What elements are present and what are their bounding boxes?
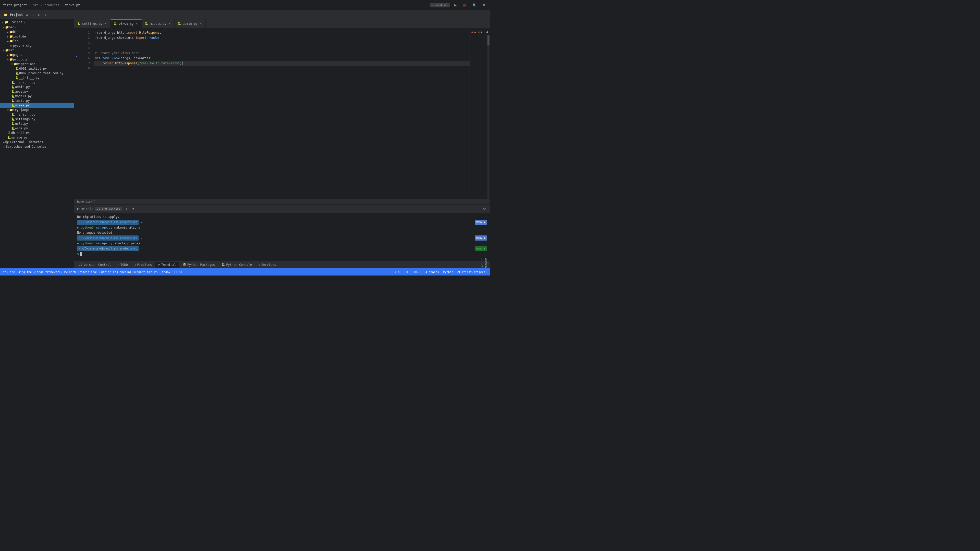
- project-tree-btn[interactable]: 📁: [2, 12, 9, 17]
- tree-item-scratches[interactable]: ✏ Scratches and Consoles: [0, 144, 74, 149]
- tree-item-views[interactable]: 🐍 views.py: [0, 103, 74, 108]
- settings-tab-close[interactable]: ✕: [104, 22, 107, 25]
- warning-count: 2: [480, 30, 482, 33]
- bookmarks-tab[interactable]: Bookmarks: [484, 256, 488, 268]
- scrollbar-track[interactable]: [487, 35, 490, 198]
- status-message: You are using the Django framework. PyCh…: [3, 270, 182, 274]
- tab-python-packages[interactable]: 📦 Python Packages: [180, 262, 218, 268]
- tree-item-0001[interactable]: 🐍 0001_initial.py: [0, 66, 74, 71]
- terminal-add-btn[interactable]: +: [124, 206, 129, 211]
- tree-item-wsgi[interactable]: 🐍 wsgi.py: [0, 126, 74, 130]
- path-products[interactable]: products: [45, 3, 59, 7]
- tree-item-tests[interactable]: 🐍 tests.py: [0, 98, 74, 103]
- tree-item-settings-try[interactable]: 🐍 settings.py: [0, 117, 74, 121]
- search-button[interactable]: 🔍: [471, 3, 478, 8]
- status-python[interactable]: Python 3.9 (first-project): [443, 270, 487, 274]
- tab-admin[interactable]: 🐍 admin.py ✕: [175, 19, 206, 28]
- tree-item-db[interactable]: 🗄 db.sqlite3: [0, 130, 74, 135]
- wsgi-icon: 🐍: [11, 127, 15, 130]
- project-header[interactable]: ▼ 📁 Project ▾: [0, 19, 74, 25]
- tree-item-trydjango[interactable]: ▼ 📁 trydjango: [0, 108, 74, 112]
- status-indent[interactable]: 4 spaces: [425, 270, 439, 274]
- tree-item-init-mig[interactable]: 🐍 __init__.py: [0, 76, 74, 80]
- settings-button[interactable]: ⚙: [481, 3, 487, 8]
- fn-home-view: home_view: [102, 56, 119, 61]
- code-content[interactable]: from django.http import HttpResponse fro…: [92, 28, 469, 198]
- tab-terminal[interactable]: ▶ Terminal: [156, 262, 179, 268]
- tree-item-init-try[interactable]: 🐍 __init__.py: [0, 112, 74, 117]
- tab-version-control[interactable]: ⎇ Version Control: [76, 262, 114, 268]
- views-icon: 🐍: [11, 103, 15, 107]
- main-content: ▼ 📁 Project ▾ ▼ 📁 menv ▶ 📁 bin ▶ 📁 inclu…: [0, 19, 490, 268]
- products-folder-icon: 📁: [9, 58, 13, 61]
- console-label: Python Console: [226, 263, 252, 267]
- structure-tab[interactable]: Structure: [480, 256, 484, 268]
- collapse-all-btn[interactable]: ⊟: [37, 12, 42, 17]
- vc-label: Version Control: [83, 263, 111, 267]
- bin-folder-icon: 📁: [9, 30, 13, 34]
- run-config-btn[interactable]: Current File: [430, 3, 450, 7]
- configure-btn[interactable]: ⚙: [24, 12, 30, 17]
- tab-problems[interactable]: ⚠ Problems: [131, 262, 155, 268]
- gutter-6: ●: [74, 54, 79, 59]
- tree-item-urls[interactable]: 🐍 urls.py: [0, 121, 74, 126]
- tab-python-console[interactable]: 🐍 Python Console: [218, 262, 255, 268]
- path-file[interactable]: views.py: [65, 3, 80, 7]
- status-charset[interactable]: UTF-8: [413, 270, 422, 274]
- tab-settings[interactable]: 🐍 settings.py ✕: [74, 19, 110, 28]
- more-options-btn[interactable]: ⋮: [482, 12, 488, 17]
- models-tab-close[interactable]: ✕: [168, 22, 171, 25]
- tree-item-pages[interactable]: ▶ 📁 pages: [0, 52, 74, 57]
- lib-folder-icon: 📁: [9, 39, 13, 43]
- tree-item-pyvenv[interactable]: ⚙ pyvenv.cfg: [0, 43, 74, 48]
- run-button[interactable]: ▶: [453, 3, 458, 8]
- tab-views[interactable]: 🐍 views.py ✕: [110, 19, 142, 28]
- status-encoding[interactable]: LF: [405, 270, 409, 274]
- admin-tab-close[interactable]: ✕: [199, 22, 202, 25]
- terminal-content[interactable]: No migrations to apply. ⚡ ~/Documents/dj…: [74, 213, 490, 261]
- tree-item-menv[interactable]: ▼ 📁 menv: [0, 25, 74, 30]
- tree-item-admin[interactable]: 🐍 admin.py: [0, 85, 74, 89]
- expand-warnings-btn[interactable]: ▲: [484, 29, 490, 34]
- code-editor[interactable]: ● 1 2 3 4 5 6 7 8 from django.http: [74, 28, 490, 198]
- tree-item-ext-libs[interactable]: ▶ 📚 External Libraries: [0, 140, 74, 144]
- terminal-settings-btn[interactable]: ⚙: [482, 206, 487, 211]
- scroll-from-source-btn[interactable]: ↕: [31, 12, 35, 17]
- tree-item-migrations[interactable]: ▼ 📁 migrations: [0, 62, 74, 66]
- tab-services[interactable]: ⚙ Services: [256, 262, 279, 268]
- comment-views: # Create your views here.: [95, 51, 141, 56]
- sort-btn[interactable]: ↕: [43, 12, 48, 17]
- terminal-path[interactable]: .t-project/src: [95, 207, 122, 211]
- path-src[interactable]: src: [33, 3, 38, 7]
- views-tab-icon: 🐍: [114, 22, 117, 25]
- tab-todo[interactable]: ✓ TODO: [115, 262, 131, 268]
- tree-item-products[interactable]: ▼ 📁 products: [0, 57, 74, 62]
- services-label: Services: [261, 263, 276, 267]
- tree-item-manage[interactable]: 🐍 manage.py: [0, 135, 74, 140]
- terminal-line-2: ⚡ ~/Documents/django/first-project/src ▸…: [77, 220, 487, 225]
- migrations-folder-icon: 📁: [13, 62, 17, 66]
- terminal-line-1: No migrations to apply.: [77, 214, 487, 219]
- debug-button[interactable]: 🐞: [461, 3, 468, 8]
- terminal-more-btn[interactable]: ▾: [131, 206, 135, 211]
- term-prompt-2: ▶ python3: [77, 241, 94, 246]
- tree-item-src[interactable]: ▼ 📁 src: [0, 48, 74, 52]
- gutter-1: [74, 28, 79, 33]
- line-num-6: 6: [79, 56, 90, 61]
- migrations-collapse: ▼: [11, 63, 13, 65]
- project-name[interactable]: first-project: [3, 3, 27, 7]
- tree-item-apps[interactable]: 🐍 apps.py: [0, 89, 74, 94]
- pyvenv-label: pyvenv.cfg: [13, 44, 32, 48]
- 0002-icon: 🐍: [15, 71, 19, 75]
- scrollbar-thumb[interactable]: [487, 35, 490, 45]
- tree-item-bin[interactable]: ▶ 📁 bin: [0, 30, 74, 34]
- tree-item-init-prod[interactable]: 🐍 __init__.py: [0, 80, 74, 85]
- tree-item-models[interactable]: 🐍 models.py: [0, 94, 74, 98]
- tab-models[interactable]: 🐍 models.py ✕: [142, 19, 175, 28]
- status-line-col[interactable]: 7:48: [395, 270, 401, 274]
- project-tree-icon: 📁: [5, 21, 8, 24]
- tree-item-0002[interactable]: 🐍 0002_product_featured.py: [0, 71, 74, 76]
- tree-item-lib[interactable]: ▶ 📁 lib: [0, 39, 74, 43]
- tree-item-include[interactable]: ▶ 📁 include: [0, 34, 74, 39]
- views-tab-close[interactable]: ✕: [135, 22, 138, 25]
